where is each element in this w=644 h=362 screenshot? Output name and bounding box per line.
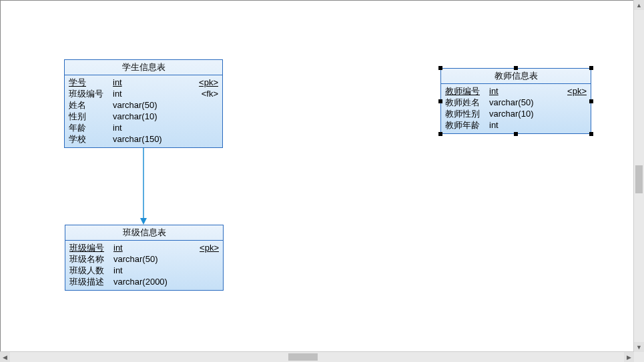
diagram-canvas[interactable]: 学生信息表 学号int<pk>班级编号int<fk>姓名varchar(50)性… [0,0,634,352]
table-row: 学号int<pk> [69,77,218,88]
column-key: <pk> [187,242,219,253]
column-name: 年龄 [69,122,113,133]
svg-marker-1 [140,218,147,225]
scroll-down-button[interactable]: ▼ [634,342,644,352]
selection-handle[interactable] [589,132,593,136]
entity-student-title: 学生信息表 [65,60,222,75]
entity-class[interactable]: 班级信息表 班级编号int<pk>班级名称varchar(50)班级人数int班… [65,225,224,291]
column-type: int [113,88,186,99]
column-type: int [113,242,187,253]
column-name: 班级名称 [69,253,113,265]
column-key [186,111,218,122]
column-name: 教师姓名 [445,97,489,108]
selection-handle[interactable] [589,99,593,103]
column-type: varchar(50) [113,253,187,265]
column-name: 姓名 [69,99,113,111]
entity-student-body: 学号int<pk>班级编号int<fk>姓名varchar(50)性别varch… [65,75,222,147]
selection-handle[interactable] [514,132,518,136]
table-row: 教师编号int<pk> [445,85,587,97]
table-row: 班级描述varchar(2000) [69,276,219,287]
selection-handle[interactable] [438,99,442,103]
table-row: 班级人数int [69,265,219,276]
entity-class-title: 班级信息表 [65,225,223,241]
column-name: 学校 [69,133,113,145]
column-type: int [113,77,186,88]
column-type: varchar(10) [489,108,556,119]
column-type: int [113,122,186,133]
relationship-arrow [130,148,157,226]
column-type: int [489,85,556,97]
vertical-scroll-thumb[interactable] [635,165,643,193]
column-key [186,133,218,145]
selection-handle[interactable] [438,66,442,70]
table-row: 教师性别varchar(10) [445,108,587,119]
column-key [556,108,587,119]
column-name: 班级编号 [69,242,113,253]
column-name: 教师年龄 [445,119,489,131]
column-type: int [113,265,187,276]
selection-handle[interactable] [438,132,442,136]
table-row: 班级名称varchar(50) [69,253,219,265]
vertical-scrollbar[interactable]: ▲ ▼ [633,0,644,352]
selection-handle[interactable] [514,66,518,70]
column-name: 教师性别 [445,108,489,119]
column-type: int [489,119,556,131]
entity-class-body: 班级编号int<pk>班级名称varchar(50)班级人数int班级描述var… [65,241,223,290]
table-row: 教师姓名varchar(50) [445,97,587,108]
column-key [186,122,218,133]
column-name: 教师编号 [445,85,489,97]
table-row: 教师年龄int [445,119,587,131]
column-type: varchar(10) [113,111,186,122]
column-key [556,97,587,108]
column-key [186,99,218,111]
table-row: 班级编号int<pk> [69,242,219,253]
column-name: 班级编号 [69,88,113,99]
column-name: 班级人数 [69,265,113,276]
horizontal-scrollbar[interactable]: ◀ ▶ [0,351,634,362]
table-row: 姓名varchar(50) [69,99,218,111]
table-row: 班级编号int<fk> [69,88,218,99]
column-key [187,265,219,276]
horizontal-scroll-thumb[interactable] [288,353,318,361]
column-key [187,253,219,265]
scroll-left-button[interactable]: ◀ [0,352,10,362]
table-row: 学校varchar(150) [69,133,218,145]
column-key: <fk> [186,88,218,99]
entity-teacher-title: 教师信息表 [441,69,591,84]
diagram-inner: 学生信息表 学号int<pk>班级编号int<fk>姓名varchar(50)性… [11,1,633,351]
column-key [187,276,219,287]
column-name: 班级描述 [69,276,113,287]
entity-student[interactable]: 学生信息表 学号int<pk>班级编号int<fk>姓名varchar(50)性… [64,59,223,148]
column-type: varchar(2000) [113,276,187,287]
column-type: varchar(50) [113,99,186,111]
entity-teacher[interactable]: 教师信息表 教师编号int<pk>教师姓名varchar(50)教师性别varc… [440,68,591,134]
scroll-up-button[interactable]: ▲ [634,0,644,10]
column-name: 学号 [69,77,113,88]
column-name: 性别 [69,111,113,122]
entity-teacher-body: 教师编号int<pk>教师姓名varchar(50)教师性别varchar(10… [441,84,591,133]
column-key [556,119,587,131]
column-key: <pk> [556,85,587,97]
column-key: <pk> [186,77,218,88]
table-row: 性别varchar(10) [69,111,218,122]
column-type: varchar(50) [489,97,556,108]
column-type: varchar(150) [113,133,186,145]
table-row: 年龄int [69,122,218,133]
selection-handle[interactable] [589,66,593,70]
scroll-right-button[interactable]: ▶ [624,352,634,362]
scroll-corner [634,352,644,362]
